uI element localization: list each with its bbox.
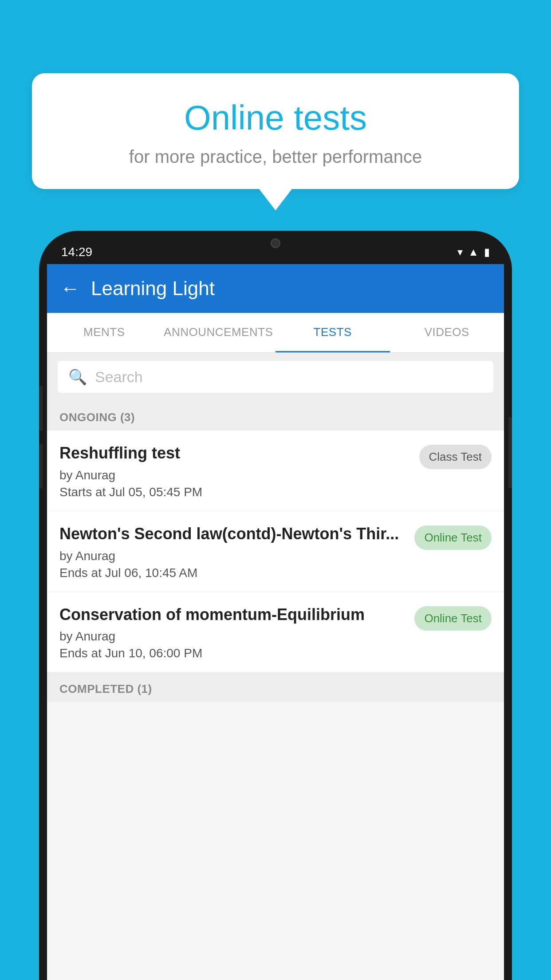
search-bar[interactable]: 🔍 Search xyxy=(58,361,493,393)
test-by: by Anurag xyxy=(59,468,411,482)
wifi-icon: ▾ xyxy=(457,246,463,258)
test-item[interactable]: Reshuffling test by Anurag Starts at Jul… xyxy=(47,431,504,511)
test-list: Reshuffling test by Anurag Starts at Jul… xyxy=(47,431,504,672)
phone-frame: 14:29 ▾ ▲ ▮ ← Learning Light MENTS ANNOU… xyxy=(39,231,512,980)
test-date: Starts at Jul 05, 05:45 PM xyxy=(59,485,411,499)
signal-icon: ▲ xyxy=(468,246,479,258)
test-name: Reshuffling test xyxy=(59,443,411,464)
search-bar-container: 🔍 Search xyxy=(47,353,504,401)
ongoing-section-header: ONGOING (3) xyxy=(47,401,504,431)
battery-icon: ▮ xyxy=(484,246,490,258)
volume-down-button[interactable] xyxy=(39,444,43,488)
test-name: Conservation of momentum-Equilibrium xyxy=(59,605,406,625)
status-icons: ▾ ▲ ▮ xyxy=(457,246,490,258)
tab-announcements[interactable]: ANNOUNCEMENTS xyxy=(161,313,276,352)
test-badge: Online Test xyxy=(414,606,492,631)
tab-tests[interactable]: TESTS xyxy=(276,313,390,352)
search-placeholder: Search xyxy=(95,368,143,386)
speech-bubble: Online tests for more practice, better p… xyxy=(32,73,519,189)
test-item[interactable]: Newton's Second law(contd)-Newton's Thir… xyxy=(47,511,504,592)
test-info: Conservation of momentum-Equilibrium by … xyxy=(59,605,406,661)
tab-ments[interactable]: MENTS xyxy=(47,313,161,352)
completed-section-header: COMPLETED (1) xyxy=(47,672,504,702)
power-button[interactable] xyxy=(508,417,512,488)
back-button[interactable]: ← xyxy=(60,277,80,300)
test-name: Newton's Second law(contd)-Newton's Thir… xyxy=(59,524,406,545)
test-info: Reshuffling test by Anurag Starts at Jul… xyxy=(59,443,411,499)
bubble-subtitle: for more practice, better performance xyxy=(59,147,492,167)
clock: 14:29 xyxy=(61,245,92,259)
app-title: Learning Light xyxy=(91,277,215,300)
volume-up-button[interactable] xyxy=(39,386,43,431)
tabs-bar: MENTS ANNOUNCEMENTS TESTS VIDEOS xyxy=(47,313,504,353)
tab-videos[interactable]: VIDEOS xyxy=(390,313,504,352)
app-header: ← Learning Light xyxy=(47,264,504,313)
test-item[interactable]: Conservation of momentum-Equilibrium by … xyxy=(47,592,504,673)
phone-screen: ← Learning Light MENTS ANNOUNCEMENTS TES… xyxy=(47,264,504,980)
bubble-title: Online tests xyxy=(59,98,492,138)
test-badge: Class Test xyxy=(419,445,492,469)
test-info: Newton's Second law(contd)-Newton's Thir… xyxy=(59,524,406,580)
test-by: by Anurag xyxy=(59,549,406,563)
status-bar: 14:29 ▾ ▲ ▮ xyxy=(39,239,512,265)
test-badge: Online Test xyxy=(414,526,492,550)
test-by: by Anurag xyxy=(59,629,406,644)
test-date: Ends at Jul 06, 10:45 AM xyxy=(59,566,406,580)
search-icon: 🔍 xyxy=(68,368,87,386)
test-date: Ends at Jun 10, 06:00 PM xyxy=(59,646,406,660)
